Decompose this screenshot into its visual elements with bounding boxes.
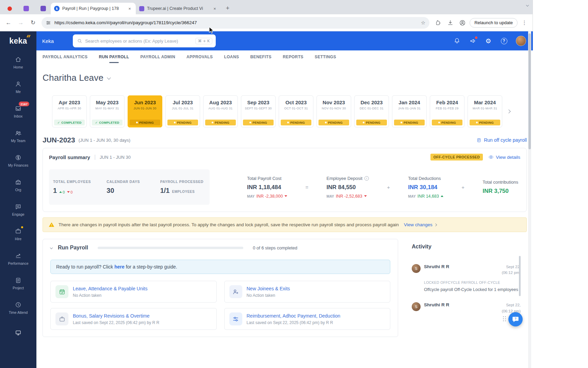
- sidebar-item-time-attend[interactable]: Time Attend: [0, 296, 36, 320]
- step-new-joinees-exits[interactable]: New Joinees & ExitsNo Action taken: [224, 281, 391, 303]
- url-text[interactable]: https://csdemo.keka.com/#/payroll/run/pa…: [54, 20, 418, 25]
- pinned-tab-icon[interactable]: [40, 6, 46, 11]
- tab-payroll-analytics[interactable]: PAYROLL ANALYTICS: [43, 50, 87, 63]
- month-card-nov-2023[interactable]: Nov 2023NOV 01-NOV 30PENDING: [316, 95, 351, 127]
- sidebar-item-me[interactable]: Me: [0, 75, 36, 99]
- sidebar-item-hire[interactable]: Hire: [0, 222, 36, 247]
- sidebar-item-my-finances[interactable]: My Finances: [0, 149, 36, 173]
- collapse-chevron-icon[interactable]: [50, 246, 53, 249]
- chat-support-button[interactable]: ?: [508, 312, 523, 326]
- activity-scrollbar[interactable]: [519, 256, 521, 296]
- compare-toggle[interactable]: MAY INR -2,52,683: [327, 194, 369, 199]
- tab-benefits[interactable]: BENEFITS: [250, 50, 272, 63]
- step-bonus-revisions-overtime[interactable]: Bonus, Salary Revisions & OvertimeLast s…: [50, 308, 217, 330]
- month-card-feb-2024[interactable]: Feb 2024FEB 01-FEB 29PENDING: [430, 95, 464, 127]
- help-icon[interactable]: ?: [500, 37, 508, 45]
- browser-profile-icon[interactable]: [457, 18, 468, 28]
- month-card-dec-2023[interactable]: Dec 2023DEC 01-DEC 31PENDING: [354, 95, 389, 127]
- inbox-count-badge: 2167: [19, 102, 29, 106]
- recording-indicator-icon[interactable]: [7, 6, 12, 11]
- browser-window: k Payroll | Run | Paygroup | 178 × Trupe…: [0, 0, 533, 368]
- month-status-badge: PENDING: [243, 120, 274, 125]
- address-bar[interactable]: https://csdemo.keka.com/#/payroll/run/pa…: [42, 17, 429, 29]
- page-title: Charitha Leave: [43, 73, 103, 83]
- summary-financials: Total Payroll Cost INR 1,18,484 MAY INR …: [247, 176, 520, 199]
- tab-approvals[interactable]: APPROVALS: [186, 50, 213, 63]
- sidebar-item-engage[interactable]: Engage: [0, 198, 36, 222]
- browser-tab-trupeer[interactable]: Trupeer.ai | Create Product Vi ×: [136, 3, 221, 14]
- month-card-jun-2023[interactable]: Jun 2023JUN 01-JUN 30PENDING: [128, 95, 162, 127]
- global-search[interactable]: ⌘ + K: [73, 34, 216, 47]
- guide-here-link[interactable]: here: [114, 264, 125, 270]
- month-card-jul-2023[interactable]: Jul 2023JUL 01-JUL 31PENDING: [165, 95, 200, 127]
- scrollbar-thumb[interactable]: [528, 33, 531, 149]
- sidebar-item-org[interactable]: Org: [0, 173, 36, 198]
- new-tab-button[interactable]: +: [223, 3, 232, 13]
- view-changes-link[interactable]: View changes: [404, 222, 437, 227]
- step-reimbursement-adhoc-deduction[interactable]: Reimbursement, Adhoc Payment, DeductionL…: [224, 308, 391, 330]
- activity-title: Activity: [412, 244, 521, 250]
- extensions-puzzle-icon[interactable]: [433, 18, 443, 28]
- relaunch-to-update-button[interactable]: Relaunch to update: [470, 18, 518, 28]
- sidebar-item-project[interactable]: Project: [0, 271, 36, 296]
- step-leave-attendance[interactable]: Leave, Attendance & Payable UnitsNo Acti…: [50, 281, 217, 303]
- tab-settings[interactable]: SETTINGS: [315, 50, 336, 63]
- tab-loans[interactable]: LOANS: [224, 50, 239, 63]
- month-card-mar-2024[interactable]: Mar 2024MAR 01-MAR 31PENDING: [468, 95, 502, 127]
- tab-search-chevron-icon[interactable]: [526, 4, 529, 6]
- downloads-icon[interactable]: [445, 18, 455, 28]
- info-icon[interactable]: i: [364, 176, 369, 181]
- sidebar-item-my-team[interactable]: My Team: [0, 124, 36, 149]
- close-tab-icon[interactable]: ×: [127, 6, 132, 11]
- payroll-guide-banner: Ready to run payroll? Click here for a s…: [50, 260, 390, 274]
- widget-drag-handle-icon[interactable]: [503, 316, 506, 322]
- months-next-chevron-icon[interactable]: [507, 109, 510, 113]
- plus-operator: +: [461, 184, 464, 190]
- month-card-may-2023[interactable]: May 2023MAY 01-MAY 31COMPLETED: [90, 95, 125, 127]
- tab-reports[interactable]: REPORTS: [283, 50, 304, 63]
- search-shortcut-chip: ⌘ + K: [195, 38, 212, 44]
- tab-run-payroll[interactable]: RUN PAYROLL: [99, 50, 129, 63]
- steps-progress-bar: [98, 247, 243, 249]
- svg-text:?: ?: [514, 317, 516, 320]
- settings-gear-icon[interactable]: ⚙: [485, 37, 492, 45]
- activity-panel: Activity S Shruthi R R Sept 22, (06:12 p…: [412, 239, 521, 314]
- page-scrollbar[interactable]: [528, 31, 531, 368]
- month-card-apr-2023[interactable]: Apr 2023APR 01-APR 30COMPLETED: [52, 95, 87, 127]
- view-details-link[interactable]: View details: [488, 154, 520, 160]
- back-button[interactable]: ←: [3, 18, 14, 28]
- status-dot-icon: [212, 122, 213, 123]
- avatar: S: [412, 302, 421, 311]
- hire-icon: [15, 228, 22, 235]
- compare-toggle[interactable]: MAY INR 14,683: [408, 194, 443, 199]
- month-card-aug-2023[interactable]: Aug 2023AUG 01-AUG 31PENDING: [203, 95, 238, 127]
- sidebar-item-performance[interactable]: Performance: [0, 247, 36, 271]
- sidebar-item-partial[interactable]: [0, 320, 36, 345]
- sidebar-item-home[interactable]: Home: [0, 50, 36, 75]
- bookmark-star-icon[interactable]: ☆: [421, 20, 425, 26]
- compare-toggle[interactable]: MAY INR -2,38,000: [247, 194, 287, 199]
- chevron-down-icon: [364, 195, 367, 197]
- tab-payroll-admin[interactable]: PAYROLL ADMIN: [140, 50, 175, 63]
- browser-tab-payroll[interactable]: k Payroll | Run | Paygroup | 178 ×: [51, 3, 136, 14]
- run-off-cycle-payroll-link[interactable]: Run off cycle payroll: [476, 137, 527, 143]
- forward-button[interactable]: →: [16, 18, 26, 28]
- user-avatar[interactable]: [516, 36, 526, 46]
- announcements-icon[interactable]: [469, 37, 476, 45]
- activity-item: S Shruthi R R Sept 22, (06:12 pm) LOCKED…: [412, 264, 521, 293]
- reload-button[interactable]: ↻: [28, 18, 38, 28]
- site-settings-icon[interactable]: [46, 20, 51, 26]
- pinned-tab-icon[interactable]: [23, 6, 29, 11]
- month-card-sep-2023[interactable]: Sep 2023SEPT 01-SEPT 30PENDING: [241, 95, 276, 127]
- notifications-bell-icon[interactable]: [453, 37, 461, 45]
- close-tab-icon[interactable]: ×: [212, 6, 217, 11]
- search-input[interactable]: [85, 39, 193, 44]
- paygroup-dropdown-chevron-icon[interactable]: [107, 76, 111, 79]
- home-icon: [15, 56, 22, 63]
- browser-menu-kebab-icon[interactable]: ⋮: [520, 19, 529, 26]
- month-card-oct-2023[interactable]: Oct 2023OCT 01-OCT 31PENDING: [279, 95, 313, 127]
- month-card-jan-2024[interactable]: Jan 2024JAN 01-JAN 31PENDING: [392, 95, 427, 127]
- month-status-badge: PENDING: [205, 120, 236, 125]
- sidebar-item-inbox[interactable]: 2167 Inbox: [0, 99, 36, 124]
- month-status-badge: COMPLETED: [92, 120, 122, 125]
